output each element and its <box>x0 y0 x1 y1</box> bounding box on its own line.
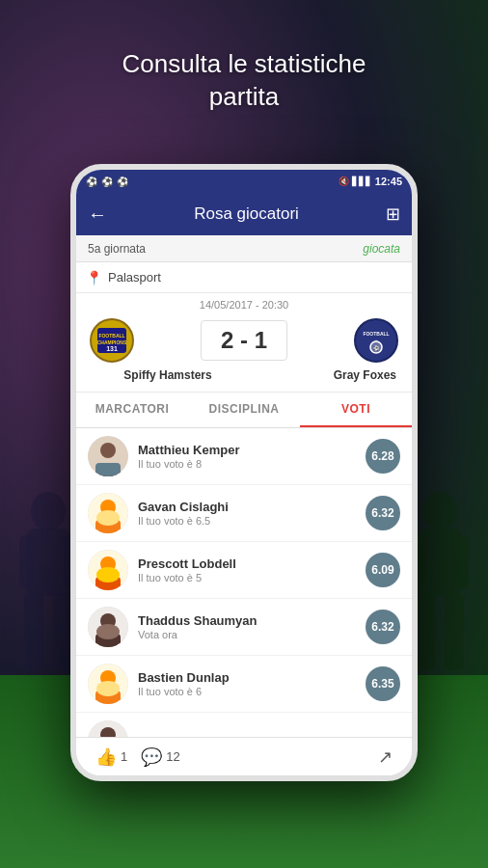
match-score: 2 - 1 <box>201 320 287 361</box>
tab-marcatori[interactable]: MARCATORI <box>76 393 188 427</box>
away-team-name: Gray Foxes <box>244 368 396 382</box>
page-title: Rosa giocatori <box>194 204 299 224</box>
player-item: Thaddus Shaumyan Vota ora 6.32 <box>76 599 412 656</box>
svg-rect-25 <box>95 463 121 476</box>
svg-point-0 <box>31 492 66 530</box>
player-vote: Il tuo voto è 6.5 <box>138 515 356 527</box>
share-button[interactable]: ↗ <box>378 746 393 768</box>
phone-screen: ⚽ ⚽ ⚽ 🔇 ▋▋▋ 12:45 ← Rosa giocatori ⊞ 5a … <box>76 170 412 775</box>
comment-icon: 💬 <box>141 746 162 768</box>
player-name: Matthieu Kemper <box>138 443 356 457</box>
player-name: Gavan Cislaghi <box>138 500 356 514</box>
player-name: Thaddus Shaumyan <box>138 613 356 628</box>
player-info: Gavan Cislaghi Il tuo voto è 6.5 <box>138 500 356 527</box>
signal-icon: ▋▋▋ <box>352 176 372 186</box>
player-item: Bastien Dunlap Il tuo voto è 6 6.35 <box>76 656 412 713</box>
headline-line1: Consulta le statistiche <box>122 49 366 78</box>
status-bar: ⚽ ⚽ ⚽ 🔇 ▋▋▋ 12:45 <box>76 170 412 193</box>
player-avatar <box>88 436 128 476</box>
tabs-bar: MARCATORI DISCIPLINA VOTI <box>76 393 412 428</box>
svg-rect-7 <box>419 529 461 596</box>
svg-point-23 <box>100 443 116 458</box>
like-icon: 👍 <box>95 746 117 768</box>
content-area: 5a giornata giocata 📍 Palasport 14/05/20… <box>76 235 412 775</box>
player-info: Prescott Lobdell Il tuo voto è 5 <box>138 556 356 583</box>
svg-point-41 <box>96 681 120 696</box>
svg-point-29 <box>96 510 120 526</box>
home-team-name: Spiffy Hamsters <box>92 368 244 382</box>
headline: Consulta le statistiche partita <box>0 48 488 114</box>
round-bar: 5a giornata giocata <box>76 235 412 262</box>
player-name: Prescott Lobdell <box>138 556 356 571</box>
vote-badge: 6.09 <box>366 553 400 587</box>
player-avatar <box>88 493 128 533</box>
location-name: Palasport <box>108 270 161 285</box>
comment-action[interactable]: 💬 12 <box>141 746 179 768</box>
player-info: Thaddus Shaumyan Vota ora <box>138 613 356 640</box>
round-status: giocata <box>363 242 400 256</box>
svg-rect-1 <box>27 529 69 596</box>
svg-rect-4 <box>19 535 33 588</box>
svg-rect-9 <box>445 593 464 670</box>
player-info: Bastien Dunlap Il tuo voto è 6 <box>138 670 356 697</box>
mute-icon: 🔇 <box>339 176 349 186</box>
match-score-row: FOOTBALL CHAMPIONS 131 2 - 1 FOOTBALL <box>88 316 400 365</box>
share-icon: ↗ <box>378 747 393 767</box>
bottom-bar: 👍 1 💬 12 ↗ <box>76 737 412 775</box>
like-action[interactable]: 👍 1 <box>95 746 127 768</box>
vote-badge: 6.32 <box>366 496 400 530</box>
player-vote: Il tuo voto è 8 <box>138 458 356 470</box>
comment-count: 12 <box>166 749 179 764</box>
headline-line2: partita <box>209 82 279 111</box>
svg-point-37 <box>96 624 120 639</box>
vote-badge: 6.35 <box>366 666 400 701</box>
player-vote: Il tuo voto è 5 <box>138 572 356 583</box>
phone-frame: ⚽ ⚽ ⚽ 🔇 ▋▋▋ 12:45 ← Rosa giocatori ⊞ 5a … <box>70 164 418 781</box>
tab-disciplina[interactable]: DISCIPLINA <box>188 393 300 427</box>
status-bar-left: ⚽ ⚽ ⚽ <box>86 176 128 187</box>
match-section: 14/05/2017 - 20:30 FOOTBALL CHAMPIONS 13… <box>76 293 412 393</box>
tab-voti[interactable]: VOTI <box>300 393 412 427</box>
app-icon-1: ⚽ <box>86 176 97 187</box>
away-team-logo: FOOTBALL ⚽ <box>352 316 400 365</box>
player-name: Bastien Dunlap <box>138 670 356 685</box>
app-header: ← Rosa giocatori ⊞ <box>76 193 412 235</box>
svg-rect-8 <box>416 593 435 670</box>
player-vote: Il tuo voto è 6 <box>138 686 356 697</box>
player-avatar <box>88 720 128 737</box>
team-names-row: Spiffy Hamsters Gray Foxes <box>88 365 400 382</box>
back-button[interactable]: ← <box>88 203 107 226</box>
player-item: Prescott Lobdell Il tuo voto è 5 6.09 <box>76 542 412 599</box>
status-bar-right: 🔇 ▋▋▋ 12:45 <box>339 176 402 187</box>
svg-text:FOOTBALL: FOOTBALL <box>98 333 124 339</box>
player-vote: Vota ora <box>138 629 356 640</box>
vote-badge: 6.28 <box>366 439 400 474</box>
svg-text:131: 131 <box>106 345 118 352</box>
match-date: 14/05/2017 - 20:30 <box>88 299 400 311</box>
player-list: Matthieu Kemper Il tuo voto è 8 6.28 <box>76 428 412 737</box>
player-item: Kerby Tanquay <box>76 713 412 737</box>
like-count: 1 <box>121 749 127 764</box>
round-label: 5a giornata <box>88 242 146 256</box>
player-avatar <box>88 664 128 704</box>
player-avatar <box>88 550 128 590</box>
svg-text:⚽: ⚽ <box>373 345 380 352</box>
player-info: Matthieu Kemper Il tuo voto è 8 <box>138 443 356 470</box>
app-icon-2: ⚽ <box>101 176 113 187</box>
player-avatar <box>88 607 128 647</box>
app-icon-3: ⚽ <box>117 176 128 187</box>
vote-badge: 6.32 <box>366 610 400 644</box>
clock: 12:45 <box>375 176 402 187</box>
location-icon: 📍 <box>86 270 102 285</box>
player-item: Matthieu Kemper Il tuo voto è 8 6.28 <box>76 428 412 485</box>
svg-rect-2 <box>24 593 43 670</box>
svg-point-33 <box>96 567 120 583</box>
svg-rect-3 <box>53 593 72 670</box>
svg-text:FOOTBALL: FOOTBALL <box>363 331 389 337</box>
away-team-logo-img: FOOTBALL ⚽ <box>354 318 398 363</box>
player-item: Gavan Cislaghi Il tuo voto è 6.5 6.32 <box>76 485 412 542</box>
menu-button[interactable]: ⊞ <box>386 203 400 225</box>
home-team-logo-img: FOOTBALL CHAMPIONS 131 <box>90 318 134 363</box>
svg-point-6 <box>422 492 457 530</box>
location-bar: 📍 Palasport <box>76 262 412 293</box>
